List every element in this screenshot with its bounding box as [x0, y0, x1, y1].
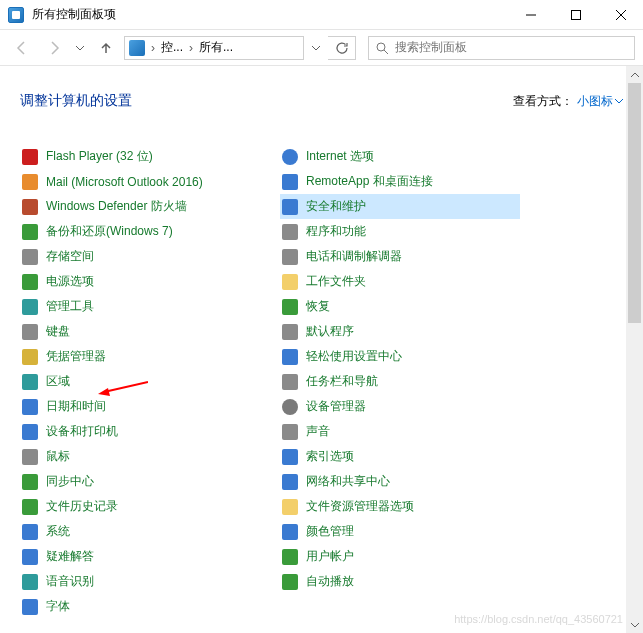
backup-restore-icon: [22, 224, 38, 240]
navbar: › 控... › 所有... 搜索控制面板: [0, 30, 643, 66]
maximize-button[interactable]: [553, 0, 598, 30]
page-heading: 调整计算机的设置: [20, 92, 132, 110]
taskbar-nav-icon: [282, 374, 298, 390]
cp-item-work-folders[interactable]: 工作文件夹: [280, 269, 520, 294]
item-label: 默认程序: [306, 323, 354, 340]
phone-modem-icon: [282, 249, 298, 265]
search-input[interactable]: 搜索控制面板: [368, 36, 635, 60]
svg-rect-1: [571, 10, 580, 19]
work-folders-icon: [282, 274, 298, 290]
scroll-down-button[interactable]: [626, 616, 643, 633]
cp-item-speech[interactable]: 语音识别: [20, 569, 260, 594]
cp-item-security-maintenance[interactable]: 安全和维护: [280, 194, 520, 219]
cp-item-system[interactable]: 系统: [20, 519, 260, 544]
address-bar[interactable]: › 控... › 所有...: [124, 36, 304, 60]
indexing-icon: [282, 449, 298, 465]
cp-item-remoteapp[interactable]: RemoteApp 和桌面连接: [280, 169, 520, 194]
scroll-thumb[interactable]: [628, 83, 641, 323]
cp-item-file-history[interactable]: 文件历史记录: [20, 494, 260, 519]
admin-tools-icon: [22, 299, 38, 315]
cp-item-sound[interactable]: 声音: [280, 419, 520, 444]
cp-item-color-management[interactable]: 颜色管理: [280, 519, 520, 544]
cp-item-internet-options[interactable]: Internet 选项: [280, 144, 520, 169]
minimize-button[interactable]: [508, 0, 553, 30]
cp-item-taskbar-nav[interactable]: 任务栏和导航: [280, 369, 520, 394]
item-label: RemoteApp 和桌面连接: [306, 173, 433, 190]
cp-item-programs-features[interactable]: 程序和功能: [280, 219, 520, 244]
item-label: 鼠标: [46, 448, 70, 465]
cp-item-flash-player[interactable]: Flash Player (32 位): [20, 144, 260, 169]
close-button[interactable]: [598, 0, 643, 30]
mouse-icon: [22, 449, 38, 465]
breadcrumb-seg-2[interactable]: 所有...: [199, 39, 233, 56]
item-label: 系统: [46, 523, 70, 540]
recent-locations-button[interactable]: [72, 34, 88, 62]
up-button[interactable]: [92, 34, 120, 62]
cp-item-region[interactable]: 区域: [20, 369, 260, 394]
chevron-right-icon: ›: [187, 41, 195, 55]
control-panel-icon: [8, 7, 24, 23]
address-dropdown[interactable]: [308, 34, 324, 62]
storage-spaces-icon: [22, 249, 38, 265]
remoteapp-icon: [282, 174, 298, 190]
item-label: 任务栏和导航: [306, 373, 378, 390]
power-options-icon: [22, 274, 38, 290]
programs-features-icon: [282, 224, 298, 240]
cp-item-autoplay[interactable]: 自动播放: [280, 569, 520, 594]
cp-item-troubleshooting[interactable]: 疑难解答: [20, 544, 260, 569]
viewby-value-text: 小图标: [577, 93, 613, 110]
viewby-dropdown[interactable]: 小图标: [577, 93, 623, 110]
fonts-icon: [22, 599, 38, 615]
cp-item-power-options[interactable]: 电源选项: [20, 269, 260, 294]
cp-item-defender-firewall[interactable]: Windows Defender 防火墙: [20, 194, 260, 219]
cp-item-network-sharing[interactable]: 网络和共享中心: [280, 469, 520, 494]
cp-item-device-manager[interactable]: 设备管理器: [280, 394, 520, 419]
item-label: 区域: [46, 373, 70, 390]
cp-item-ease-of-access[interactable]: 轻松使用设置中心: [280, 344, 520, 369]
cp-item-recovery[interactable]: 恢复: [280, 294, 520, 319]
item-label: 管理工具: [46, 298, 94, 315]
cp-item-credential-manager[interactable]: 凭据管理器: [20, 344, 260, 369]
explorer-options-icon: [282, 499, 298, 515]
back-button[interactable]: [8, 34, 36, 62]
cp-item-devices-printers[interactable]: 设备和打印机: [20, 419, 260, 444]
cp-item-storage-spaces[interactable]: 存储空间: [20, 244, 260, 269]
forward-button[interactable]: [40, 34, 68, 62]
cp-item-fonts[interactable]: 字体: [20, 594, 260, 619]
cp-item-admin-tools[interactable]: 管理工具: [20, 294, 260, 319]
item-label: Internet 选项: [306, 148, 374, 165]
svg-line-5: [384, 50, 388, 54]
breadcrumb-seg-1[interactable]: 控...: [161, 39, 183, 56]
cp-item-indexing[interactable]: 索引选项: [280, 444, 520, 469]
item-label: 字体: [46, 598, 70, 615]
header-row: 调整计算机的设置 查看方式： 小图标: [20, 92, 623, 110]
cp-item-date-time[interactable]: 日期和时间: [20, 394, 260, 419]
cp-item-sync-center[interactable]: 同步中心: [20, 469, 260, 494]
cp-item-mail-outlook[interactable]: Mail (Microsoft Outlook 2016): [20, 169, 260, 194]
cp-item-backup-restore[interactable]: 备份和还原(Windows 7): [20, 219, 260, 244]
column-1: Flash Player (32 位)Mail (Microsoft Outlo…: [20, 144, 260, 619]
vertical-scrollbar[interactable]: [626, 66, 643, 633]
cp-item-mouse[interactable]: 鼠标: [20, 444, 260, 469]
titlebar: 所有控制面板项: [0, 0, 643, 30]
scroll-up-button[interactable]: [626, 66, 643, 83]
cp-item-explorer-options[interactable]: 文件资源管理器选项: [280, 494, 520, 519]
speech-icon: [22, 574, 38, 590]
defender-firewall-icon: [22, 199, 38, 215]
item-label: 日期和时间: [46, 398, 106, 415]
mail-outlook-icon: [22, 174, 38, 190]
item-label: 网络和共享中心: [306, 473, 390, 490]
cp-item-keyboard[interactable]: 键盘: [20, 319, 260, 344]
cp-item-default-programs[interactable]: 默认程序: [280, 319, 520, 344]
refresh-button[interactable]: [328, 36, 356, 60]
item-label: Mail (Microsoft Outlook 2016): [46, 175, 203, 189]
cp-item-user-accounts[interactable]: 用户帐户: [280, 544, 520, 569]
item-label: 设备和打印机: [46, 423, 118, 440]
item-label: 自动播放: [306, 573, 354, 590]
svg-point-4: [377, 43, 385, 51]
items-grid: Flash Player (32 位)Mail (Microsoft Outlo…: [20, 144, 623, 619]
item-label: Flash Player (32 位): [46, 148, 153, 165]
item-label: 颜色管理: [306, 523, 354, 540]
security-maintenance-icon: [282, 199, 298, 215]
cp-item-phone-modem[interactable]: 电话和调制解调器: [280, 244, 520, 269]
